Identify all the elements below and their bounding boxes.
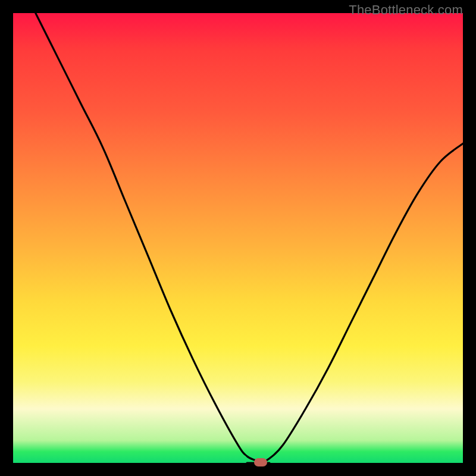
attribution-label: TheBottleneck.com <box>349 2 463 18</box>
bottleneck-curve <box>13 13 463 463</box>
curve-path <box>36 13 463 463</box>
plot-area <box>13 13 463 463</box>
optimum-marker <box>254 458 267 466</box>
chart-frame: TheBottleneck.com <box>0 0 476 476</box>
